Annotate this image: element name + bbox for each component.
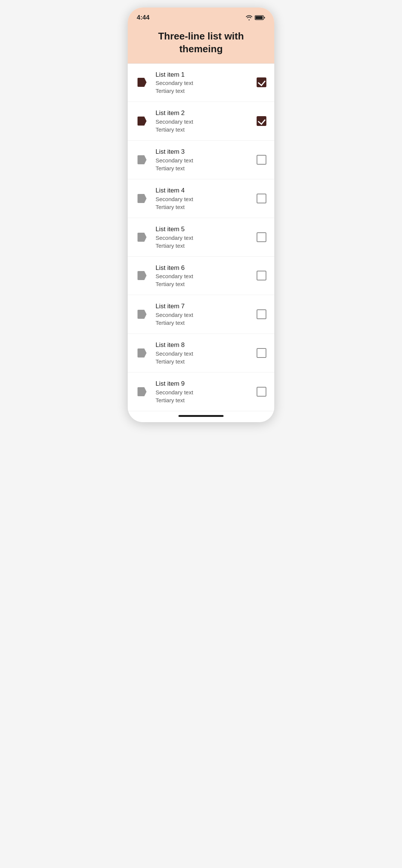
tag-icon [135,76,149,89]
checkbox-container [256,270,267,281]
list-item-primary: List item 8 [156,341,252,350]
status-bar: 4:44 [128,8,274,26]
list-item-secondary: Secondary text [156,311,252,319]
list-item-checkbox[interactable] [257,271,266,280]
list-item[interactable]: List item 8Secondary textTertiary text [128,334,274,373]
battery-icon [255,15,265,20]
tag-icon [135,308,149,321]
list-item[interactable]: List item 4Secondary textTertiary text [128,179,274,218]
list-item-primary: List item 9 [156,379,252,388]
tag-icon [135,114,149,128]
list-item-secondary: Secondary text [156,195,252,203]
list-item-tertiary: Tertiary text [156,87,252,95]
list-item-primary: List item 1 [156,70,252,79]
wifi-icon [246,15,252,20]
status-icons [246,15,265,20]
list-item-primary: List item 4 [156,186,252,195]
list-item[interactable]: List item 6Secondary textTertiary text [128,257,274,295]
list-item-tertiary: Tertiary text [156,319,252,327]
tag-shape [136,308,148,320]
list-item-primary: List item 5 [156,225,252,234]
list-item-content: List item 7Secondary textTertiary text [156,302,252,327]
list-item-tertiary: Tertiary text [156,396,252,404]
tag-icon [135,385,149,398]
tag-shape [136,347,148,359]
tag-shape [136,76,148,88]
checkbox-container [256,155,267,165]
tag-icon [135,346,149,360]
list-item-primary: List item 3 [156,147,252,156]
tag-shape [136,192,148,205]
list-item-secondary: Secondary text [156,350,252,358]
list-item-secondary: Secondary text [156,118,252,126]
list-item[interactable]: List item 2Secondary textTertiary text [128,102,274,141]
list-item-content: List item 2Secondary textTertiary text [156,109,252,133]
list-item-content: List item 4Secondary textTertiary text [156,186,252,211]
list-item-checkbox[interactable] [257,232,266,242]
tag-icon [135,230,149,244]
status-time: 4:44 [137,14,150,21]
list-container: List item 1Secondary textTertiary text L… [128,64,274,411]
list-item-checkbox[interactable] [257,348,266,358]
list-item-secondary: Secondary text [156,272,252,280]
list-item-content: List item 9Secondary textTertiary text [156,379,252,404]
list-item-primary: List item 2 [156,109,252,118]
tag-icon [135,153,149,167]
list-item-checkbox[interactable] [257,387,266,397]
list-item-secondary: Secondary text [156,234,252,242]
list-item[interactable]: List item 1Secondary textTertiary text [128,64,274,102]
list-item-secondary: Secondary text [156,156,252,164]
tag-shape [136,270,148,282]
list-item-checkbox[interactable] [257,77,266,87]
checkbox-container [256,77,267,88]
list-item-checkbox[interactable] [257,194,266,203]
app-header: Three-line list with themeing [128,26,274,64]
checkbox-container [256,232,267,242]
tag-icon [135,269,149,282]
list-item-content: List item 8Secondary textTertiary text [156,341,252,365]
list-item-content: List item 6Secondary textTertiary text [156,264,252,288]
list-item-tertiary: Tertiary text [156,358,252,365]
home-indicator [128,411,274,422]
list-item-content: List item 5Secondary textTertiary text [156,225,252,250]
list-item-tertiary: Tertiary text [156,126,252,133]
list-item-primary: List item 6 [156,264,252,273]
list-item-tertiary: Tertiary text [156,203,252,211]
list-item-content: List item 1Secondary textTertiary text [156,70,252,95]
list-item-checkbox[interactable] [257,116,266,126]
checkbox-container [256,193,267,204]
list-item[interactable]: List item 3Secondary textTertiary text [128,141,274,179]
page-title: Three-line list with themeing [135,30,267,56]
home-bar [178,415,224,417]
list-item[interactable]: List item 9Secondary textTertiary text [128,373,274,411]
checkbox-container [256,348,267,358]
svg-rect-1 [255,16,263,19]
list-item[interactable]: List item 7Secondary textTertiary text [128,295,274,334]
tag-shape [136,115,148,127]
list-item-content: List item 3Secondary textTertiary text [156,147,252,172]
list-item-tertiary: Tertiary text [156,242,252,250]
list-item[interactable]: List item 5Secondary textTertiary text [128,218,274,257]
list-item-tertiary: Tertiary text [156,164,252,172]
list-item-primary: List item 7 [156,302,252,311]
tag-icon [135,192,149,205]
checkbox-container [256,386,267,397]
phone-frame: 4:44 Three-line list with themeing List … [128,8,274,422]
tag-shape [136,386,148,398]
list-item-secondary: Secondary text [156,388,252,396]
list-item-secondary: Secondary text [156,79,252,87]
list-item-checkbox[interactable] [257,155,266,165]
list-item-checkbox[interactable] [257,309,266,319]
tag-shape [136,231,148,243]
checkbox-container [256,116,267,126]
checkbox-container [256,309,267,320]
tag-shape [136,154,148,166]
list-item-tertiary: Tertiary text [156,280,252,288]
